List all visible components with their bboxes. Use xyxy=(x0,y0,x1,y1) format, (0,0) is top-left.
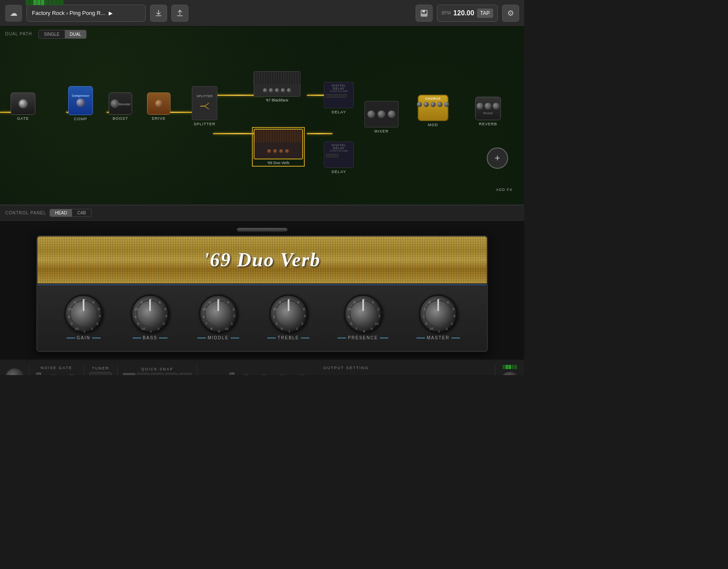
blackface-amp[interactable]: '67 Blackface xyxy=(254,71,300,102)
boost-pedal[interactable]: Booster BOOST xyxy=(109,92,132,121)
svg-text:7: 7 xyxy=(205,322,208,326)
duoverb-amp[interactable]: '69 Duo Verb xyxy=(254,129,303,165)
add-fx-button[interactable]: + xyxy=(487,147,508,169)
svg-text:7: 7 xyxy=(423,315,425,319)
svg-text:3: 3 xyxy=(372,300,374,304)
thresh-knob[interactable] xyxy=(46,374,61,375)
chorus-knobs xyxy=(417,102,449,107)
snap-3[interactable]: 3 xyxy=(151,373,164,375)
out-bass-knob[interactable] xyxy=(239,374,254,375)
out-pesonate-knob[interactable] xyxy=(295,374,309,375)
output-on-label: ON xyxy=(229,372,234,375)
svg-text:BD139: BD139 xyxy=(298,202,310,205)
settings-button[interactable]: ⚙ xyxy=(502,5,519,22)
master-knob[interactable]: 7 6 5 4 3 2 1 10 8 7 9 8 xyxy=(419,295,457,333)
bass-dash-right xyxy=(159,338,168,338)
bpm-value[interactable]: 120.00 xyxy=(454,9,474,17)
snap-2[interactable]: 2 xyxy=(137,373,150,375)
delay-top-label: DELAY xyxy=(332,110,346,114)
comp-pedal[interactable]: Compressor COMP xyxy=(68,86,93,121)
splitter-title: SPLITTER xyxy=(196,94,213,98)
bass-knob[interactable]: 7 6 5 4 3 2 1 10 9 8 10 8 xyxy=(131,295,169,333)
output-section: OUTPUT xyxy=(500,365,519,375)
svg-text:30p: 30p xyxy=(225,143,231,147)
reverb-effect[interactable]: Reverb REVERB xyxy=(475,97,501,126)
play-button[interactable]: ▶ xyxy=(109,10,113,16)
boost-label: BOOST xyxy=(113,116,128,121)
save-button[interactable] xyxy=(416,5,433,22)
svg-text:5: 5 xyxy=(165,307,167,311)
gate-pedal[interactable]: GATE xyxy=(11,92,35,121)
comp-knob xyxy=(76,98,85,107)
cab-button[interactable]: CAB xyxy=(72,209,91,217)
duoverb-controls xyxy=(254,142,302,159)
noise-gate-section: NOISE GATE ON OFF THRESH DECAY xyxy=(35,366,78,375)
delay-bot-label: DELAY xyxy=(332,170,346,174)
single-path-button[interactable]: SINGLE xyxy=(39,30,65,38)
out-middle-knob[interactable] xyxy=(257,374,272,375)
svg-text:9: 9 xyxy=(218,329,220,333)
vu-seg xyxy=(52,0,56,5)
snap-camera[interactable]: 📷 xyxy=(179,373,192,375)
svg-text:10: 10 xyxy=(68,307,72,311)
vu-seg xyxy=(29,0,33,5)
delay-top-controls xyxy=(326,94,352,98)
preset-selector[interactable]: Factory Rock › Ping Pong R... ▶ xyxy=(26,5,146,22)
mod-effect[interactable]: CHORUS MOD xyxy=(418,95,448,127)
duoverb-knob-1 xyxy=(267,149,272,153)
download-button[interactable] xyxy=(150,5,167,22)
splitter-icon xyxy=(198,100,211,113)
delay-bot[interactable]: DIGITAL DELAY POSITV/COMB DELAY xyxy=(324,142,354,174)
svg-text:BC5500: BC5500 xyxy=(194,72,206,76)
svg-text:8: 8 xyxy=(211,327,213,331)
splitter-pedal[interactable]: SPLITTER SPLITTER xyxy=(192,86,217,126)
noise-gate-title: NOISE GATE xyxy=(35,366,78,370)
out-bass-group: BASS xyxy=(239,374,254,375)
middle-knob[interactable]: 5 4 3 2 1 10 9 8 7 6 10 9 xyxy=(199,295,237,333)
svg-text:5: 5 xyxy=(347,315,350,319)
decay-knob[interactable] xyxy=(64,374,78,375)
dual-path-button[interactable]: DUAL xyxy=(65,30,87,38)
drive-pedal-body xyxy=(147,92,170,115)
svg-text:8: 8 xyxy=(141,300,143,304)
mixer-effect[interactable]: MIXER xyxy=(364,101,399,133)
svg-text:7: 7 xyxy=(150,298,152,302)
presence-knob[interactable]: 4 3 2 1 10 9 8 7 6 5 10 8 xyxy=(344,295,382,333)
preset-path: Factory Rock › Ping Pong R... xyxy=(32,10,105,16)
svg-line-59 xyxy=(205,103,209,106)
middle-label: MIDDLE xyxy=(208,335,229,340)
svg-text:1: 1 xyxy=(231,322,233,326)
duoverb-label: '69 Duo Verb xyxy=(267,161,289,165)
cloud-button[interactable]: ☁ xyxy=(5,5,22,22)
drive-pedal[interactable]: DRIVE xyxy=(147,92,170,121)
svg-text:10: 10 xyxy=(142,327,145,331)
treble-knob-group: 7 6 5 4 3 2 1 5 3 2 10 9 xyxy=(267,295,309,340)
delay-bot-seg-2 xyxy=(330,154,334,157)
tap-button[interactable]: TAP xyxy=(477,9,493,18)
svg-text:4: 4 xyxy=(363,298,365,302)
delay-top-seg-1 xyxy=(326,94,329,98)
mod-label: MOD xyxy=(428,123,438,127)
svg-text:1k: 1k xyxy=(26,138,30,142)
delay-bot-seg-1 xyxy=(326,154,329,157)
gain-knob[interactable]: 7 6 5 4 3 2 1 10 9 8 10 8 xyxy=(64,295,103,333)
input-knob[interactable] xyxy=(5,368,24,375)
splitter-label: SPLITTER xyxy=(194,122,215,126)
path-toggle: SINGLE DUAL xyxy=(38,30,87,39)
svg-text:5: 5 xyxy=(98,307,100,311)
snap-4[interactable]: 4 xyxy=(165,373,178,375)
amp-grille-main: '69 Duo Verb xyxy=(38,237,487,283)
delay-top[interactable]: DIGITAL DELAY POSITV/COMB DELAY xyxy=(324,82,354,114)
snap-1[interactable]: 1 xyxy=(123,373,136,375)
out-high-knob[interactable] xyxy=(275,374,289,375)
treble-knob[interactable]: 7 6 5 4 3 2 1 5 3 2 10 9 xyxy=(269,295,308,333)
middle-knob-group: 5 4 3 2 1 10 9 8 7 6 10 9 xyxy=(197,295,239,340)
svg-text:T2: T2 xyxy=(177,64,181,68)
head-button[interactable]: HEAD xyxy=(50,209,72,217)
svg-text:2: 2 xyxy=(19,147,21,151)
tuner-button[interactable] xyxy=(89,372,112,375)
blackface-knob-4 xyxy=(281,88,285,92)
output-knob[interactable] xyxy=(500,372,519,375)
out-pesonate-group: PESONATE xyxy=(293,374,311,375)
upload-button[interactable] xyxy=(171,5,188,22)
